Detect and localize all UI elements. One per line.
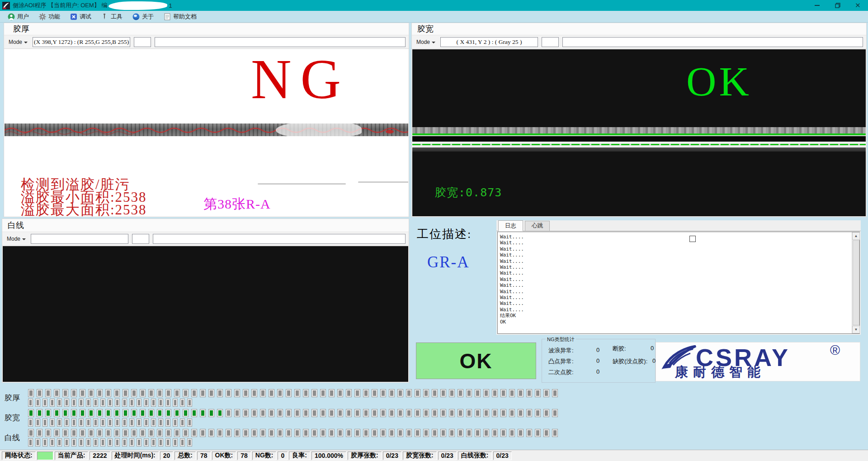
frame-indicator-cell [42,418,47,427]
small-field[interactable] [134,37,151,47]
pixel-readout-field[interactable]: (X 398,Y 1272) : (R 255,G 255,B 255) [33,37,130,47]
globe-icon [132,13,140,20]
close-button[interactable]: ✕ [848,0,868,11]
frame-indicator-cell [144,399,149,407]
menu-item-about[interactable]: 关于 [127,11,159,22]
frame-indicator-cell [140,409,146,417]
frame-indicator-cell [28,418,33,427]
frame-indicator-cell [42,399,47,407]
wrench-icon [101,13,108,20]
chevron-down-icon [432,42,435,45]
small-field[interactable] [542,37,559,47]
wide-field[interactable] [155,37,406,47]
frame-indicator-cell [88,429,94,437]
frame-indicator-cell [509,409,515,417]
log-scrollbar[interactable]: ▲ ▼ [852,232,859,333]
frame-indicator-cell [346,409,352,417]
scroll-down-icon[interactable]: ▼ [852,326,860,333]
status-bar: 网络状态: 当前产品:2222处理时间(ms):20总数:78OK数:78NG数… [0,450,868,461]
wide-field[interactable] [562,37,863,47]
frame-indicator-cell [71,399,76,407]
tab-heartbeat[interactable]: 心跳 [525,221,550,231]
frame-indicator-cell [180,438,185,447]
mode-dropdown[interactable]: Mode [5,235,27,243]
frame-indicator-cell [174,409,180,417]
frame-indicator-cell [415,429,420,437]
ng-stat-label: 二次点胶: [548,368,574,376]
frame-indicator-cell [286,409,292,417]
log-checkbox[interactable] [689,236,696,242]
frame-indicator-cell [115,399,120,407]
frame-indicator-cell [174,389,180,397]
status-items: 当前产品:2222处理时间(ms):20总数:78OK数:78NG数:0良率:1… [55,451,512,460]
status-value: 0/23 [438,451,457,460]
frame-indicator-cell [108,438,113,447]
ng-stats-group: NG类型统计 波浪异常: 0 凸点异常: 0 二次点胶: 0 断胶: 0 缺胶(… [542,339,656,383]
frame-indicator-cell [406,409,412,417]
frame-indicator-cell [251,409,257,417]
wide-field[interactable] [153,234,406,244]
tab-log[interactable]: 日志 [498,220,523,231]
glue-thickness-image[interactable]: NG 检测到溢胶/脏污 溢胶最小面积:2538 溢胶最大面积:2538 第38张… [5,49,408,216]
ng-stat-label: 波浪异常: [548,347,574,355]
panel-toolbar: Mode ( X 431, Y 2 ) : ( Gray 25 ) [412,35,866,49]
ng-stat-label: 凸点异常: [548,357,574,366]
frame-indicator-cell [108,418,113,427]
menu-item-label: 功能 [48,13,60,21]
status-label: 良率: [289,451,310,460]
status-label: 处理时间(ms): [112,451,159,460]
menu-item-user[interactable]: 用户 [3,11,34,22]
minimize-button[interactable] [807,0,827,11]
scrollbar-thumb[interactable] [853,240,859,325]
menu-bar: 用户 功能 调试 工具 关于 帮助文档 [0,11,868,23]
status-value: 0/23 [383,451,401,460]
menu-item-functions[interactable]: 功能 [34,11,65,22]
frame-indicator-cell [311,389,317,397]
log-line: Wait.... [500,307,858,313]
log-output[interactable]: Wait....Wait....Wait....Wait....Wait....… [497,232,860,334]
frame-indicator-cell [100,438,105,447]
frame-indicator-cell [251,389,257,397]
frame-indicator-cell [397,429,403,437]
mode-dropdown[interactable]: Mode [415,38,437,46]
scroll-up-icon[interactable]: ▲ [852,232,860,240]
network-status-indicator [37,451,53,460]
frame-indicator-cell [86,418,91,427]
frame-indicator-cell [180,399,185,407]
pixel-readout-field[interactable] [31,234,128,244]
frame-indicator-cell [35,418,40,427]
menu-item-help-doc[interactable]: 帮助文档 [159,11,202,22]
frame-indicator-cell [380,429,386,437]
status-label: 白线张数: [458,451,492,460]
mode-dropdown[interactable]: Mode [7,38,29,46]
frame-indicator-cell [483,389,489,397]
frame-indicator-cell [423,429,429,437]
frame-indicator-cell [500,409,506,417]
status-value: 0 [278,451,288,460]
frame-indicator-cell [269,389,274,397]
glue-width-image[interactable]: OK 胶宽:0.873 [412,49,866,216]
strip-band-black [412,136,866,142]
menu-item-debug[interactable]: 调试 [65,11,96,22]
chevron-down-icon [24,42,28,45]
status-label: OK数: [212,451,236,460]
frame-indicator-cell [86,399,91,407]
frame-indicator-cell [105,389,111,397]
pixel-readout-field[interactable]: ( X 431, Y 2 ) : ( Gray 25 ) [440,37,538,47]
white-line-image[interactable] [3,246,408,382]
restore-button[interactable] [827,0,848,11]
frame-indicator-cell [100,418,105,427]
indicator-group-label: 胶宽 [5,413,25,423]
frame-indicator-cell [372,409,377,417]
menu-item-tools[interactable]: 工具 [96,11,127,22]
small-field[interactable] [132,234,149,244]
log-line: OK [500,319,858,325]
frame-indicator-cell [115,418,120,427]
indicator-row [28,399,558,407]
frame-indicator-cell [458,409,463,417]
frame-indicator-cell [86,438,91,447]
frame-indicator-cell [122,438,127,447]
status-value: 78 [237,451,251,460]
frame-indicator-cell [42,438,47,447]
frame-indicator-cell [183,389,189,397]
